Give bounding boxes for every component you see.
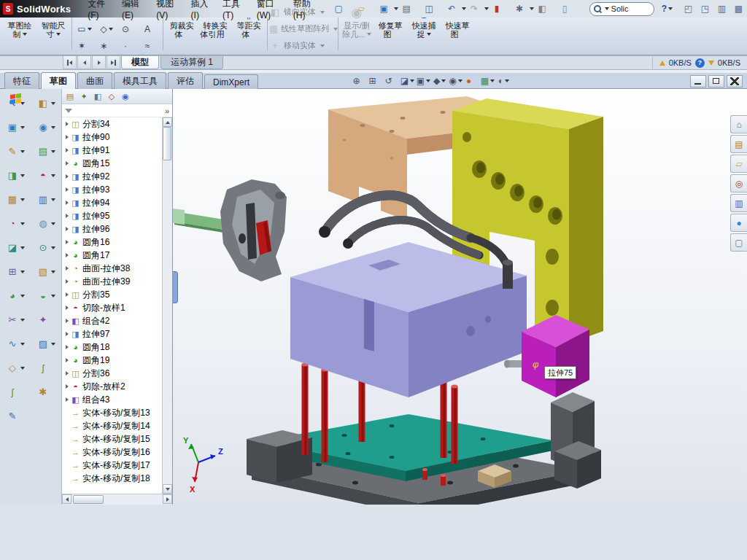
feature-tool-icon[interactable]: ◧	[36, 91, 55, 115]
expand-arrow-icon[interactable]	[66, 345, 69, 349]
expand-arrow-icon[interactable]	[66, 253, 69, 257]
sketch-tool-icon[interactable]: ✂	[6, 308, 25, 332]
propertymanager-tab-icon[interactable]: ✦	[78, 90, 90, 102]
options-icon[interactable]: ✱	[511, 3, 534, 15]
expand-arrow-icon[interactable]	[66, 332, 69, 336]
tree-horizontal-scrollbar[interactable]	[62, 494, 172, 505]
sketch-tool-icon[interactable]: ▣	[6, 115, 25, 139]
expand-arrow-icon[interactable]	[66, 358, 69, 362]
minimize-button[interactable]	[690, 75, 706, 88]
tree-item[interactable]: → 实体-移动/复制14	[62, 419, 163, 432]
displaymanager-tab-icon[interactable]: ◉	[120, 90, 131, 102]
tree-item[interactable]: ◕ 圆角15	[62, 157, 163, 170]
tree-item[interactable]: → 实体-移动/复制15	[62, 432, 163, 446]
tree-item[interactable]: ◓ 切除-放样1	[62, 301, 163, 314]
feature-tool-icon[interactable]: ✱	[36, 380, 55, 404]
sketch-tool-icon[interactable]: ◕	[6, 284, 25, 308]
undo-icon[interactable]: ↶	[444, 3, 466, 15]
model-clamp-part[interactable]	[220, 179, 287, 281]
tree-item[interactable]: ◓ 切除-放样2	[62, 380, 163, 393]
expand-arrow-icon[interactable]	[66, 201, 69, 205]
scrollbar-thumb[interactable]	[73, 495, 104, 504]
graphics-viewport[interactable]: φ Y X Z ⌂	[173, 89, 747, 505]
scroll-down-button[interactable]	[163, 484, 172, 494]
sketch-entity-button[interactable]: ∗	[96, 37, 117, 54]
sketch-entity-button[interactable]: ·	[117, 37, 139, 54]
help-button[interactable]: ?	[662, 4, 667, 14]
tree-item[interactable]: ◨ 拉伸92	[62, 170, 163, 183]
scroll-right-button[interactable]	[163, 494, 172, 504]
feature-tool-icon[interactable]: ▤	[36, 139, 55, 163]
feature-tool-icon[interactable]: ▥	[36, 187, 55, 211]
expand-arrow-icon[interactable]	[66, 174, 69, 179]
show-planes-icon[interactable]: ▥	[716, 3, 728, 15]
hide-show-items-icon[interactable]: ◉	[448, 74, 463, 88]
rebuild-icon[interactable]: ▮	[489, 3, 511, 15]
panel-splitter-handle[interactable]	[173, 271, 178, 303]
tree-item[interactable]: ◨ 拉伸97	[62, 327, 163, 341]
feature-tool-icon[interactable]: ◍	[36, 211, 55, 236]
featuremanager-tab-icon[interactable]: ▤	[64, 90, 76, 102]
zoom-fit-icon[interactable]: ⊕	[352, 74, 367, 88]
command-tab[interactable]: 曲面	[77, 72, 112, 89]
tree-item[interactable]: ◧ 组合43	[62, 393, 163, 406]
grid-icon[interactable]: ▩	[732, 3, 745, 15]
tree-item[interactable]: → 实体-移动/复制18	[62, 472, 163, 485]
view-palette-icon[interactable]: ▥	[730, 194, 747, 212]
feature-tool-icon[interactable]: ◒	[36, 284, 55, 308]
move-entities-button[interactable]: + 移动实体	[269, 39, 336, 52]
sketch-entity-button[interactable]: ▭	[74, 20, 96, 37]
menu-item[interactable]: 文件(F)	[82, 0, 117, 23]
next-tab-button[interactable]	[92, 56, 106, 69]
badge-help-icon[interactable]: ?	[695, 58, 705, 68]
expand-arrow-icon[interactable]	[66, 371, 69, 376]
menu-item[interactable]: 工具(T)	[217, 0, 252, 23]
sketch-tool-icon[interactable]: ⊞	[6, 260, 25, 284]
previous-tab-button[interactable]	[77, 56, 91, 69]
tree-item[interactable]: ◨ 拉伸90	[62, 131, 163, 144]
sketch-entity-button[interactable]: A	[139, 20, 161, 37]
print-preview-icon[interactable]: ◫	[421, 3, 444, 15]
feature-tool-icon[interactable]: ✦	[36, 308, 55, 332]
feature-tool-icon[interactable]: ◉	[36, 115, 55, 139]
feature-tool-icon[interactable]: ⊙	[36, 236, 55, 260]
sketch-tool-icon[interactable]: ◇	[6, 356, 25, 380]
model-guide-rod[interactable]	[173, 209, 228, 233]
expand-arrow-icon[interactable]	[66, 384, 69, 389]
tree-item[interactable]: ◕ 圆角18	[62, 341, 163, 354]
tree-item[interactable]: ◫ 分割35	[62, 288, 163, 301]
mirror-entities-button[interactable]: ◧ 镜向实体	[269, 5, 336, 19]
save-icon[interactable]: ▣	[376, 3, 398, 15]
redo-icon[interactable]: ↷	[466, 3, 489, 15]
command-tab[interactable]: 模具工具	[114, 72, 166, 89]
tree-item[interactable]: → 实体-移动/复制16	[62, 446, 163, 459]
tree-item[interactable]: ◕ 圆角19	[62, 354, 163, 367]
menu-item[interactable]: 视图(V)	[151, 0, 185, 23]
tree-item[interactable]: ◨ 拉伸95	[62, 209, 163, 222]
dropdown-arrow-icon[interactable]	[605, 7, 609, 10]
last-tab-button[interactable]	[107, 56, 120, 69]
first-tab-button[interactable]	[63, 56, 77, 69]
sketch-tool-icon[interactable]: ✎	[6, 404, 25, 428]
resources-home-icon[interactable]: ⌂	[730, 115, 747, 133]
sketch-tool-icon[interactable]: ◨	[6, 163, 25, 187]
sketch-tool-icon[interactable]: ▦	[6, 187, 25, 211]
restore-button[interactable]	[708, 75, 724, 88]
section-view-icon[interactable]: ◪	[400, 74, 415, 88]
expand-arrow-icon[interactable]	[66, 266, 69, 271]
custom-properties-icon[interactable]: ▢	[730, 233, 747, 252]
display-style-icon[interactable]: ◆	[432, 74, 447, 88]
command-tab[interactable]: 草图	[41, 72, 76, 89]
tree-item[interactable]: → 实体-移动/复制17	[62, 459, 163, 472]
sketch-tool-icon[interactable]: ʃ	[6, 380, 25, 404]
expand-arrow-icon[interactable]	[66, 279, 69, 284]
select-filter-icon[interactable]: ▯	[557, 3, 579, 15]
scroll-left-button[interactable]	[62, 494, 71, 504]
sketch-tool-icon[interactable]: ◪	[6, 236, 25, 260]
tree-item[interactable]: ◕ 圆角16	[62, 236, 163, 249]
tree-item[interactable]: ◨ 拉伸93	[62, 183, 163, 196]
expand-arrow-icon[interactable]	[66, 227, 69, 231]
expand-arrow-icon[interactable]	[66, 292, 69, 297]
dropdown-arrow-icon[interactable]	[668, 7, 673, 10]
view-settings-icon[interactable]: ◐	[496, 74, 511, 88]
